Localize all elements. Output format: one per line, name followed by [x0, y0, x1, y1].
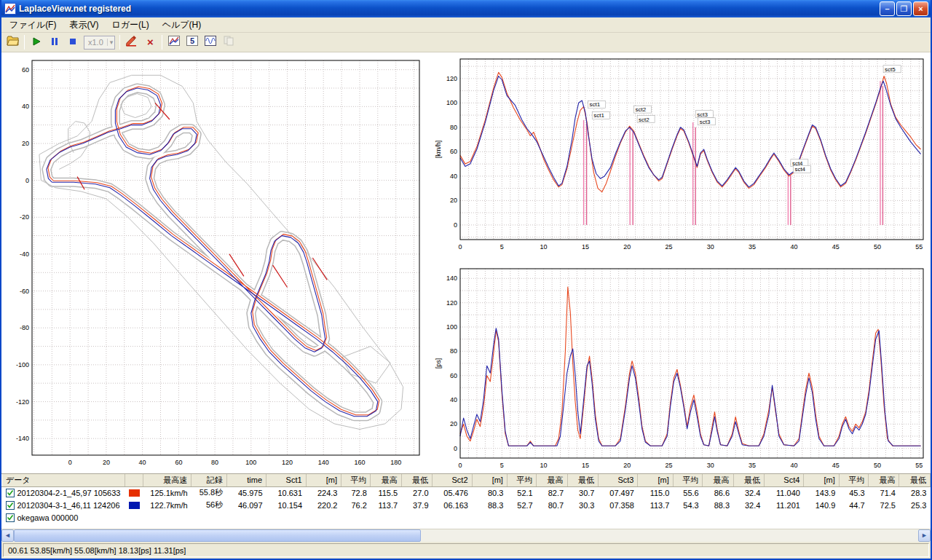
column-header-9[interactable]: 最低: [401, 474, 432, 486]
column-header-10[interactable]: Sct2: [433, 474, 472, 486]
lap-marker-button[interactable]: [123, 34, 141, 51]
svg-text:45: 45: [832, 462, 840, 469]
track-map-chart[interactable]: 0204060801001201401601806040200-20-40-60…: [3, 53, 430, 473]
lap-value-cell: [371, 511, 401, 524]
table-row[interactable]: 20120304-2-1_45,97 105633125.1km/h55.8秒4…: [2, 486, 931, 499]
svg-text:sct1: sct1: [590, 101, 601, 108]
wave-view-button[interactable]: [202, 34, 219, 51]
lap-value-cell: 115.5: [371, 486, 401, 499]
menu-file[interactable]: ファイル(F): [3, 17, 63, 33]
lap-value-cell: [638, 511, 673, 524]
maximize-button[interactable]: ❐: [896, 1, 912, 16]
copy-image-button: [220, 34, 237, 51]
window-controls: – ❐ ×: [880, 1, 928, 16]
column-header-2[interactable]: 最高速: [143, 474, 191, 486]
column-header-8[interactable]: 最高: [371, 474, 401, 486]
lap-color-swatch: [129, 489, 140, 497]
title-bar[interactable]: LaplaceView.net registered – ❐ ×: [1, 0, 931, 17]
lap-value-cell: [703, 511, 733, 524]
column-header-4[interactable]: time: [226, 474, 266, 486]
scrollbar-thumb[interactable]: [14, 529, 421, 542]
horizontal-scrollbar[interactable]: ◄ ►: [1, 529, 931, 542]
column-header-20[interactable]: Sct4: [764, 474, 803, 486]
svg-text:sct2: sct2: [639, 117, 649, 123]
column-header-14[interactable]: 最低: [567, 474, 598, 486]
column-header-16[interactable]: [m]: [638, 474, 673, 486]
lap-checkbox[interactable]: [6, 489, 15, 497]
delete-lap-button[interactable]: ×: [141, 34, 159, 51]
column-header-13[interactable]: 最高: [537, 474, 567, 486]
scroll-right-button[interactable]: ►: [918, 529, 931, 542]
svg-text:0: 0: [25, 177, 29, 184]
column-header-21[interactable]: [m]: [804, 474, 839, 486]
column-header-12[interactable]: 平均: [507, 474, 536, 486]
table-row[interactable]: okegawa 000000: [2, 511, 931, 524]
column-header-22[interactable]: 平均: [839, 474, 868, 486]
column-header-15[interactable]: Sct3: [598, 474, 637, 486]
lap-value-cell: 140.9: [804, 499, 839, 511]
lap-value-cell: 88.3: [472, 499, 507, 511]
lap-value-cell: 52.7: [507, 499, 536, 511]
column-header-23[interactable]: 最高: [869, 474, 899, 486]
svg-text:[ps]: [ps]: [435, 358, 442, 369]
close-button[interactable]: ×: [913, 1, 928, 16]
table-row[interactable]: 20120304-3-1_46,11 124206122.7km/h56秒46.…: [2, 499, 931, 511]
lap-value-cell: 25.3: [899, 499, 931, 511]
menu-view[interactable]: 表示(V): [63, 17, 105, 33]
open-file-button[interactable]: [4, 34, 21, 51]
column-header-7[interactable]: 平均: [341, 474, 370, 486]
column-header-5[interactable]: Sct1: [266, 474, 306, 486]
svg-text:80: 80: [450, 124, 457, 131]
pause-button[interactable]: [46, 34, 63, 51]
svg-text:50: 50: [874, 462, 881, 469]
folder-icon: [7, 36, 19, 49]
lap-checkbox[interactable]: [6, 513, 15, 522]
lap-checkbox[interactable]: [6, 501, 15, 510]
svg-text:-80: -80: [20, 324, 29, 331]
lap-value-cell: 06.163: [433, 499, 472, 511]
status-bar: 00.61 53.85[km/h] 55.08[km/h] 18.13[ps] …: [1, 542, 931, 559]
scrollbar-track[interactable]: [14, 529, 918, 542]
svg-text:-140: -140: [16, 435, 29, 442]
menu-logger[interactable]: ロガー(L): [105, 17, 155, 33]
menu-help[interactable]: ヘルプ(H): [156, 17, 208, 33]
lap-value-cell: [899, 511, 931, 524]
scroll-left-button[interactable]: ◄: [1, 529, 14, 542]
lap-color-cell: [125, 499, 143, 511]
lap-number-button[interactable]: 5: [183, 34, 201, 51]
play-button[interactable]: [28, 34, 45, 51]
stop-button[interactable]: [64, 34, 82, 51]
column-header-6[interactable]: [m]: [306, 474, 341, 486]
column-header-0[interactable]: データ: [2, 474, 125, 486]
column-header-17[interactable]: 平均: [673, 474, 702, 486]
lap-value-cell: 56秒: [191, 499, 226, 511]
minimize-button[interactable]: –: [880, 1, 895, 16]
lap-name: okegawa 000000: [17, 513, 79, 522]
svg-text:140: 140: [446, 275, 457, 282]
lap-value-cell: 122.7km/h: [143, 499, 191, 511]
column-header-11[interactable]: [m]: [472, 474, 507, 486]
ps-chart[interactable]: 0510152025303540455055020406080100120140…: [434, 263, 929, 473]
lap-value-cell: [341, 511, 370, 524]
column-header-3[interactable]: 記録: [191, 474, 226, 486]
svg-text:5: 5: [190, 36, 194, 45]
track-map-pane: 0204060801001201401601806040200-20-40-60…: [3, 53, 430, 473]
column-header-24[interactable]: 最低: [899, 474, 931, 486]
lap-value-cell: [537, 511, 567, 524]
svg-text:-120: -120: [16, 398, 29, 406]
lap-name-cell: 20120304-2-1_45,97 105633: [2, 486, 125, 499]
svg-text:[km/h]: [km/h]: [435, 141, 442, 159]
lap-value-cell: 45.975: [226, 486, 266, 499]
graph-pane: sct1sct1sct2sct2sct3sct3sct4sct4sct50510…: [434, 53, 929, 473]
play-icon: [32, 36, 41, 49]
column-header-19[interactable]: 最低: [733, 474, 764, 486]
lap-value-cell: [567, 511, 598, 524]
column-header-18[interactable]: 最高: [703, 474, 733, 486]
svg-text:40: 40: [790, 462, 797, 469]
graph-view-button[interactable]: [165, 34, 183, 51]
column-header-1[interactable]: [125, 474, 143, 486]
speed-chart[interactable]: sct1sct1sct2sct2sct3sct3sct4sct4sct50510…: [434, 53, 929, 254]
lap-value-cell: [764, 511, 803, 524]
lap-value-cell: 86.6: [703, 486, 733, 499]
lap-name-cell: 20120304-3-1_46,11 124206: [2, 499, 125, 511]
